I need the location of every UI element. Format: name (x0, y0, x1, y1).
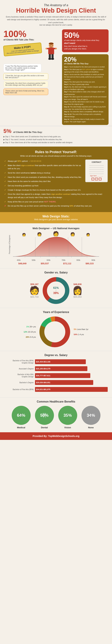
bell-chart-title: Web Designer -- US National Averages (4, 227, 108, 230)
x-label-1: 400k (17, 259, 20, 261)
x-label-2: 500k (32, 259, 35, 261)
step-12: Day 12-13: The end of the mockups and a … (64, 113, 107, 118)
clients50-line3: they don't know what that is (64, 45, 107, 48)
salary-2: $55,537 (41, 262, 49, 265)
female-person-icon: 👩 (72, 286, 83, 295)
exp-label-1-4: 54% 1-4 yrs (74, 334, 88, 336)
stats-title: Web Design Stats: (3, 215, 109, 218)
clients5-label: of Clients Will Be This Guy: (13, 131, 43, 134)
svg-rect-2 (48, 48, 54, 54)
healthcare-section: Common Healthcare Benefits ✚ 64% Medical… (0, 397, 112, 432)
clients-20-box: 20% of Clients Will Be This Guy: Day 1: … (62, 54, 109, 125)
rule-1: ✓ Always get 50% upfront → $ $ $ $ $ $ $ (4, 160, 108, 163)
degree-bar-wrap-5: $34,521-$81,070 (35, 387, 108, 392)
degree-bar-wrap-1: $25,434-$53,166 (35, 359, 108, 364)
male-person-icon: 🧑 (29, 286, 40, 295)
degree-bar-wrap-2: $25,105-$54,379 (35, 366, 108, 371)
clients50-line1: of web design clients only know what the… (64, 39, 107, 42)
gender-section: Gender vs. Salary $59,187 🧑 $33,733 61% (0, 268, 112, 308)
svg-point-33 (44, 322, 65, 342)
healthcare-chart-title: Common Healthcare Benefits (4, 400, 108, 403)
bubble2-text: "I love this, but can you give this sect… (5, 75, 44, 78)
gender-chart-title: Gender vs. Salary (4, 271, 108, 274)
x-axis-labels: 400k 500k 600k 700k 800k 900k (9, 259, 103, 261)
step-7: Day 7: The client asked to make a few ch… (64, 90, 107, 96)
pct-50: 50% (64, 32, 107, 39)
gender-chart: $59,187 🧑 $33,733 61% | 39% (4, 277, 108, 304)
rule-6: ✓ Get any branding guidelines up front (4, 184, 108, 187)
degree-row-4: Bachelor's Degree $29,030-$60,051 (4, 380, 108, 385)
speech-bubble-1: "I saw The Flip flop business partner ho… (3, 64, 41, 72)
health-vision-circle: 👁 35% (58, 406, 77, 425)
clients-100-section: 100% of Clients Will Talk Like This: Mak… (3, 30, 60, 125)
note2-text: These colors are kind of drab and boring… (5, 90, 44, 94)
rule-2: ✓ Make the client sign a contract that s… (4, 164, 108, 170)
make-it-pop-box: Make it POP! I can see what's good here … (3, 42, 42, 56)
degree-chart: Bachelor of Fine Arts (BFA)Graphic Desig… (4, 359, 108, 392)
svg-point-12 (52, 45, 53, 46)
svg-point-1 (49, 42, 54, 44)
clients5-steps: ▶ Day 1: Then client sends over 23 satis… (3, 135, 109, 144)
female-low-salary: $34,053 (74, 296, 82, 298)
health-medical-label: Medical (17, 426, 25, 429)
header-desc: Every business needs a website if they w… (5, 16, 107, 24)
step-9: Day 9: You tell the client that to start… (64, 100, 107, 106)
step-1: Day 1: You're booked for the client and … (64, 66, 107, 68)
stats-subtitle: Web designers get paid above average sal… (3, 218, 109, 221)
degree-row-3: Bachelor of Arts (BA)Graphic Design $30,… (4, 373, 108, 378)
clients50-line2: don't want (64, 42, 107, 45)
step-3: Day 3: You've sent the client feedback o… (64, 73, 107, 81)
degree-bar-wrap-4: $29,030-$60,051 (35, 380, 108, 385)
health-medical-pct: 64% (17, 413, 25, 418)
header: The Anatomy of a Horrible Web Design Cli… (0, 0, 112, 28)
female-pct: 39% (53, 292, 59, 295)
degree-label-4: Bachelor's Degree (4, 382, 34, 384)
bubble1-text: "I saw The Flip flop business partner ho… (5, 65, 38, 71)
degree-bar-wrap-3: $30,777-$57,611 (35, 373, 108, 378)
step-5: Day 5: You have a great page setup. (64, 83, 107, 86)
female-column: $49,836 👩 $34,053 (72, 283, 83, 298)
degree-bar-4: $29,030-$60,051 (35, 380, 93, 385)
exp-labels-right: 5% Less than 1yr 54% 1-4 yrs (74, 328, 88, 336)
clients50-line4: until you design it for them. (64, 48, 107, 50)
degree-row-5: Bachelor of Fine Arts (BFA) $34,521-$81,… (4, 387, 108, 392)
degree-label-1: Bachelor of Fine Arts (BFA)Graphic Desig… (4, 360, 34, 364)
salary-1: $48,649 (18, 262, 26, 265)
speech-bubble-2: "I love this, but can you give this sect… (3, 73, 48, 80)
degree-bar-5: $34,521-$81,070 (35, 387, 108, 392)
rule-7: ✓ Create 3 design mockups for them to ch… (4, 188, 108, 192)
clients20-steps: Day 1: You're booked for the client and … (64, 66, 107, 123)
x-label-5: 800k (77, 259, 80, 261)
health-dental: 🦷 50% Dental (35, 406, 54, 429)
degree-bar-3: $30,777-$57,611 (35, 373, 90, 378)
rules-list: ✓ Always get 50% upfront → $ $ $ $ $ $ $… (4, 160, 108, 208)
y-axis-label: Percentage of Designers (9, 235, 10, 254)
female-high-salary: $49,836 (74, 283, 82, 286)
health-medical: ✚ 64% Medical (12, 406, 31, 429)
rule-8: ✓ Once the client has agreed to a design… (4, 192, 108, 199)
exp-label-less1: 5% Less than 1yr (74, 328, 88, 330)
health-none: ✗ 34% None (82, 406, 101, 429)
bell-curve-svg (9, 236, 103, 258)
experience-section: Years of Experience 1% 20+ yrs 12% 10-19… (0, 308, 112, 351)
health-dental-pct: 50% (40, 413, 48, 418)
degree-label-2: Associate's Degree (4, 368, 34, 370)
top-section: 100% of Clients Will Talk Like This: Mak… (0, 28, 112, 126)
exp-label-20plus: 1% 20+ yrs (24, 326, 36, 328)
5-step-1: ▶ Day 1: Then client sends over 23 satis… (3, 135, 109, 138)
rule-10: ✗ Do not put the files up on their serve… (4, 204, 108, 208)
rules-section: Rules to Protect Yourself: While not all… (0, 146, 112, 212)
clients-50-box: 50% of web design clients only know what… (62, 30, 109, 52)
x-label-4: 700k (62, 259, 65, 261)
x-label-3: 600k (47, 259, 50, 261)
pct-20: 20% (64, 56, 107, 62)
rule-4: ✓ Have the client send you examples of w… (4, 176, 108, 179)
pct-5: 5% (3, 128, 11, 134)
bell-chart-container: Percentage of Designers 🧑 🧑 🧑 🧑 🧑 (9, 232, 103, 265)
male-low-salary: $33,733 (30, 296, 39, 298)
health-none-circle: ✗ 34% (82, 406, 101, 425)
step-14: Day 14: You found the client is finally … (64, 118, 107, 123)
note1-text: "Importantly, the client from a business… (5, 82, 45, 86)
clients20-label: of Clients Will Be This Guy: (64, 62, 107, 65)
salary-4: $80,315 (86, 262, 94, 265)
